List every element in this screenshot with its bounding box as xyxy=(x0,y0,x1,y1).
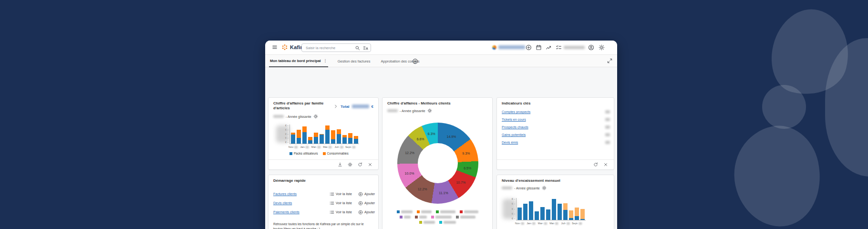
advanced-search-icon[interactable] xyxy=(363,45,368,51)
kafinea-logo-icon[interactable] xyxy=(281,44,288,51)
quick-start-link[interactable]: Paiements clients xyxy=(273,210,300,214)
bar-2 xyxy=(297,130,301,144)
donut-legend-item xyxy=(436,210,455,213)
bar-10 xyxy=(569,210,573,220)
refresh-icon[interactable] xyxy=(593,162,598,167)
bar-6 xyxy=(320,134,324,144)
bar-8 xyxy=(558,204,562,220)
legend-item: Packs utilisateurs xyxy=(289,152,318,155)
theme-icon[interactable] xyxy=(599,44,605,51)
donut-legend-item xyxy=(431,216,452,219)
refresh-icon[interactable] xyxy=(358,162,362,167)
donut-legend-item xyxy=(456,216,475,219)
card-subtitle: - Année glissante xyxy=(514,187,540,190)
bar-2 xyxy=(523,204,527,220)
plus-circle-icon xyxy=(358,210,363,215)
bar-9 xyxy=(337,129,341,144)
add-button[interactable]: Ajouter xyxy=(358,192,375,197)
search-input[interactable] xyxy=(305,44,352,51)
indicator-value-redacted xyxy=(605,133,610,136)
bar-5 xyxy=(314,133,318,144)
view-list-button[interactable]: Voir la liste xyxy=(330,201,352,206)
donut-legend-item xyxy=(460,210,478,213)
x-tick: Sept- xyxy=(575,222,579,225)
donut-slice-label: 12.2% xyxy=(405,151,414,154)
indicator-link[interactable]: Prospects chauds xyxy=(502,125,528,129)
settings-icon[interactable] xyxy=(348,162,352,167)
quick-start-link[interactable]: Factures clients xyxy=(273,192,297,196)
add-button[interactable]: Ajouter xyxy=(358,201,375,206)
search-box[interactable] xyxy=(301,43,371,52)
bar-7 xyxy=(552,199,556,220)
download-icon[interactable] xyxy=(338,162,342,167)
donut-slice-label: 6.3% xyxy=(428,132,435,135)
indicator-link[interactable]: Tickets en cours xyxy=(502,118,526,121)
donut-legend-item xyxy=(417,210,432,213)
list-icon xyxy=(330,201,334,206)
card-meilleurs-clients: Chiffre d'affaires - Meilleurs clients -… xyxy=(382,97,493,229)
donut-legend xyxy=(382,210,492,224)
close-icon[interactable] xyxy=(368,162,372,167)
card-title: Chiffre d'affaires par famille d'article… xyxy=(273,101,335,111)
card-ca-famille: Chiffre d'affaires par famille d'article… xyxy=(268,97,379,170)
card-demarrage-rapide: Démarrage rapide Factures clientsVoir la… xyxy=(268,175,379,229)
tab-2[interactable]: Gestion des factures xyxy=(337,55,372,67)
indicator-value-redacted xyxy=(605,125,610,129)
x-tick: Jan- xyxy=(302,146,307,149)
quick-start-row: Factures clientsVoir la listeAjouter xyxy=(273,192,374,196)
calendar-icon[interactable] xyxy=(536,44,542,51)
gear-icon[interactable] xyxy=(542,186,547,190)
card-title: Chiffre d'affaires - Meilleurs clients xyxy=(387,101,451,106)
org-logo xyxy=(492,45,496,50)
account-icon[interactable] xyxy=(588,44,594,51)
activity-icon[interactable] xyxy=(546,44,552,51)
bar-1 xyxy=(291,133,295,144)
x-tick: Sept- xyxy=(348,146,352,149)
bar-6 xyxy=(546,209,550,220)
bar-10 xyxy=(342,135,347,144)
view-list-button[interactable]: Voir la liste xyxy=(330,192,352,197)
donut-slice-label: 14.9% xyxy=(446,135,456,138)
tab-label: Gestion des factures xyxy=(338,59,371,63)
total-label: Total xyxy=(341,104,350,109)
legend-item: Consommables xyxy=(323,152,349,155)
x-axis-labels: Nov-Jan-Mar-Mai-Juil-Sept- xyxy=(517,222,586,225)
add-button[interactable]: Ajouter xyxy=(358,210,375,215)
card-title: Indicateurs clés xyxy=(502,101,530,106)
x-axis-labels: Nov-Jan-Mar-Mai-Juil-Sept- xyxy=(290,146,359,149)
gear-icon[interactable] xyxy=(313,114,318,119)
menu-icon[interactable] xyxy=(272,44,278,50)
donut-slice-label: 6.5% xyxy=(464,166,471,169)
tasks-icon[interactable] xyxy=(556,44,562,51)
bar-12 xyxy=(580,209,585,220)
bar-7 xyxy=(325,125,330,144)
donut-legend-item xyxy=(400,216,411,219)
quick-start-link[interactable]: Devis clients xyxy=(273,201,292,205)
indicator-value-redacted xyxy=(605,141,610,144)
indicator-link[interactable]: Gains potentiels xyxy=(502,133,526,136)
bar-3 xyxy=(302,126,307,144)
add-tab-icon[interactable] xyxy=(412,58,418,64)
view-list-button[interactable]: Voir la liste xyxy=(330,210,352,215)
search-icon[interactable] xyxy=(355,45,360,51)
x-tick: Juil- xyxy=(337,146,341,149)
card-encaissement: Niveau d'encaissement mensuel - Année gl… xyxy=(496,175,614,229)
donut-slice-label: 6.6% xyxy=(417,137,424,140)
expand-dashboard-icon[interactable] xyxy=(607,58,612,63)
gear-icon[interactable] xyxy=(427,108,432,113)
tab-menu-icon[interactable]: ⋮ xyxy=(323,59,327,63)
close-icon[interactable] xyxy=(603,162,608,167)
add-icon[interactable] xyxy=(526,44,532,51)
card-toolbar xyxy=(497,159,614,169)
period-redacted xyxy=(502,187,512,189)
x-tick: Mai- xyxy=(325,146,330,149)
donut-legend-item xyxy=(415,216,427,219)
tab-1[interactable]: Mon tableau de bord principal⋮ xyxy=(269,55,328,67)
indicator-value-redacted xyxy=(605,110,610,114)
x-tick: Nov- xyxy=(517,222,522,225)
indicator-link[interactable]: Comptes prospects xyxy=(502,110,530,114)
indicator-link[interactable]: Devis émis xyxy=(502,141,518,144)
chevron-right-icon[interactable] xyxy=(333,104,338,109)
card-title: Démarrage rapide xyxy=(273,178,306,183)
card-indicateurs-cles: Indicateurs clés Comptes prospectsTicket… xyxy=(496,97,614,170)
